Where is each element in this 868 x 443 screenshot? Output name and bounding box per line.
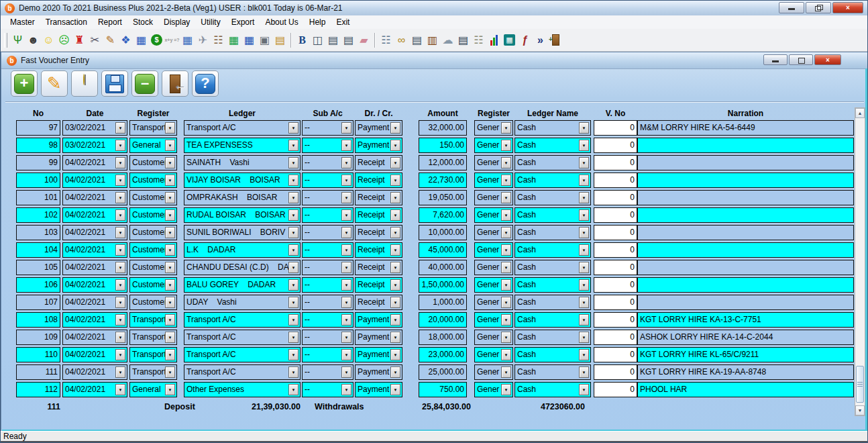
bold-icon[interactable]: B <box>294 32 310 48</box>
cell-drcr[interactable]: Receipt▼ <box>355 190 402 205</box>
dropdown-button[interactable]: ▼ <box>165 384 175 395</box>
dropdown-button[interactable]: ▼ <box>501 175 511 186</box>
scrollbar-thumb[interactable] <box>856 366 864 403</box>
comment-icon[interactable]: ☁ <box>440 32 455 48</box>
dropdown-button[interactable]: ▼ <box>341 366 351 378</box>
open-book-icon[interactable]: ◫ <box>310 32 325 48</box>
cell-vno[interactable]: 0 <box>594 173 637 188</box>
cell-narr[interactable] <box>637 155 854 170</box>
dropdown-button[interactable]: ▼ <box>341 122 351 134</box>
cell-ledger[interactable]: Transport A/C▼ <box>184 364 301 380</box>
cell-no[interactable]: 99 <box>16 155 60 170</box>
dropdown-button[interactable]: ▼ <box>288 384 299 395</box>
cell-vno[interactable]: 0 <box>594 277 637 293</box>
dropdown-button[interactable]: ▼ <box>288 244 299 256</box>
cell-vno[interactable]: 0 <box>594 364 637 380</box>
cell-date[interactable]: 04/02/2021▼ <box>62 190 127 205</box>
cell-vno[interactable]: 0 <box>594 312 637 328</box>
dropdown-button[interactable]: ▼ <box>341 244 351 256</box>
dropdown-button[interactable]: ▼ <box>288 262 299 273</box>
cell-reg2[interactable]: Gener▼ <box>474 207 513 223</box>
cell-register[interactable]: Transport▼ <box>129 330 177 345</box>
cell-vno[interactable]: 0 <box>594 207 637 223</box>
dropdown-button[interactable]: ▼ <box>579 140 589 151</box>
cell-no[interactable]: 101 <box>16 190 60 205</box>
dropdown-button[interactable]: ▼ <box>115 366 125 378</box>
cell-drcr[interactable]: Receipt▼ <box>355 207 402 223</box>
cell-sub[interactable]: --▼ <box>302 190 354 205</box>
help-button[interactable]: ? <box>192 70 219 97</box>
cell-amount[interactable]: 32,000.00 <box>419 120 467 136</box>
cell-lname[interactable]: Cash▼ <box>514 155 591 170</box>
cell-drcr[interactable]: Receipt▼ <box>355 295 402 310</box>
dropdown-button[interactable]: ▼ <box>115 175 125 186</box>
dropdown-button[interactable]: ▼ <box>390 192 400 203</box>
cell-drcr[interactable]: Payment▼ <box>355 312 402 328</box>
cell-register[interactable]: Customer▼ <box>129 207 177 223</box>
cell-date[interactable]: 04/02/2021▼ <box>62 242 127 258</box>
cell-ledger[interactable]: Transport A/C▼ <box>184 330 301 345</box>
cell-date[interactable]: 04/02/2021▼ <box>62 382 127 397</box>
cell-sub[interactable]: --▼ <box>302 260 354 275</box>
delivery-truck-icon[interactable]: ▣ <box>257 32 272 48</box>
cell-ledger[interactable]: SAINATH Vashi▼ <box>184 155 301 170</box>
dropdown-button[interactable]: ▼ <box>115 209 125 221</box>
cell-narr[interactable] <box>637 207 854 223</box>
cell-drcr[interactable]: Payment▼ <box>355 382 402 397</box>
dropdown-button[interactable]: ▼ <box>288 279 299 291</box>
dropdown-button[interactable]: ▼ <box>390 244 400 256</box>
cell-amount[interactable]: 7,620.00 <box>419 207 467 223</box>
cell-reg2[interactable]: Gener▼ <box>474 138 513 153</box>
cell-no[interactable]: 110 <box>16 347 60 362</box>
cell-narr[interactable]: KGT LORRY HIRE KL-65/C/9211 <box>637 347 854 362</box>
dropdown-button[interactable]: ▼ <box>341 227 351 238</box>
dropdown-button[interactable]: ▼ <box>165 175 175 186</box>
user-search-icon[interactable]: ☻ <box>25 32 41 48</box>
dropdown-button[interactable]: ▼ <box>390 332 400 343</box>
page-new-icon[interactable]: ▤ <box>409 32 425 48</box>
cell-reg2[interactable]: Gener▼ <box>474 260 513 275</box>
dropdown-button[interactable]: ▼ <box>390 209 400 221</box>
cell-no[interactable]: 112 <box>16 382 60 397</box>
cell-vno[interactable]: 0 <box>594 330 637 345</box>
cell-lname[interactable]: Cash▼ <box>514 312 591 328</box>
dropdown-button[interactable]: ▼ <box>288 192 299 203</box>
cell-date[interactable]: 04/02/2021▼ <box>62 277 127 293</box>
cell-register[interactable]: Customer▼ <box>129 295 177 310</box>
dropdown-button[interactable]: ▼ <box>579 244 589 256</box>
cell-vno[interactable]: 0 <box>594 138 637 153</box>
dropdown-button[interactable]: ▼ <box>115 349 125 360</box>
cell-no[interactable]: 105 <box>16 260 60 275</box>
dropdown-button[interactable]: ▼ <box>501 279 511 291</box>
calculator-icon[interactable]: ▦ <box>502 32 517 48</box>
cell-narr[interactable] <box>637 138 854 153</box>
dropdown-button[interactable]: ▼ <box>579 209 589 221</box>
cell-date[interactable]: 04/02/2021▼ <box>62 260 127 275</box>
cell-sub[interactable]: --▼ <box>302 312 354 328</box>
cut-icon[interactable]: ✂ <box>87 32 103 48</box>
folder-export-icon[interactable]: ▤ <box>272 32 288 48</box>
dropdown-button[interactable]: ▼ <box>288 140 299 151</box>
menu-report[interactable]: Report <box>93 16 127 29</box>
cell-vno[interactable]: 0 <box>594 190 637 205</box>
dropdown-button[interactable]: ▼ <box>390 262 400 273</box>
cell-no[interactable]: 109 <box>16 330 60 345</box>
dropdown-button[interactable]: ▼ <box>165 349 175 360</box>
dropdown-button[interactable]: ▼ <box>115 384 125 395</box>
add-button[interactable]: + <box>11 70 38 97</box>
dropdown-button[interactable]: ▼ <box>165 314 175 326</box>
dropdown-button[interactable]: ▼ <box>390 140 400 151</box>
cell-date[interactable]: 04/02/2021▼ <box>62 364 127 380</box>
cell-register[interactable]: General▼ <box>129 382 177 397</box>
dropdown-button[interactable]: ▼ <box>341 192 351 203</box>
view-finder-icon[interactable]: ∞ <box>394 32 409 48</box>
cell-reg2[interactable]: Gener▼ <box>474 295 513 310</box>
cell-amount[interactable]: 22,730.00 <box>419 173 467 188</box>
dropdown-button[interactable]: ▼ <box>579 314 589 326</box>
cell-narr[interactable]: KGT LORRY HIRE KA-13-C-7751 <box>637 312 854 328</box>
dropdown-button[interactable]: ▼ <box>501 192 511 203</box>
restore-button[interactable] <box>806 2 831 13</box>
happy-face-icon[interactable]: ☺ <box>41 32 56 48</box>
dropdown-button[interactable]: ▼ <box>165 297 175 308</box>
dropdown-button[interactable]: ▼ <box>390 279 400 291</box>
